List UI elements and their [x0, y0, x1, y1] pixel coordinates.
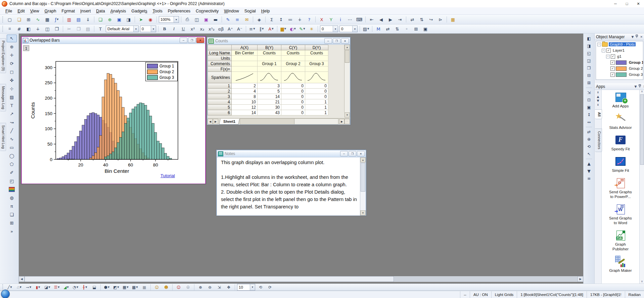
row-label[interactable]: F(x)=	[208, 66, 232, 72]
data-cell[interactable]: 5	[258, 89, 281, 94]
header-cell[interactable]: Counts	[281, 50, 305, 56]
nav-prev-icon[interactable]: ◀	[377, 16, 385, 23]
copy-icon[interactable]: ❐	[74, 25, 83, 33]
row-label[interactable]: 3	[208, 94, 232, 99]
apps-tab-connectors[interactable]: Connectors	[595, 129, 602, 152]
new-matrix-icon[interactable]: ▦	[43, 16, 52, 23]
open-template-icon[interactable]: ❏	[96, 16, 105, 23]
data-cell[interactable]: 12	[232, 105, 258, 110]
tree-checkbox[interactable]: ✓	[606, 48, 611, 53]
recalculate-icon[interactable]: ◉	[146, 16, 155, 23]
scroll-up-arrow[interactable]: ▲	[344, 45, 350, 50]
header-cell[interactable]	[232, 61, 258, 66]
header-cell[interactable]: Counts	[305, 50, 328, 56]
3d-bar-plot-icon[interactable]: ▦▼	[121, 284, 130, 290]
freehand-tool-icon[interactable]: ✐	[7, 169, 17, 177]
app-item-add-apps[interactable]: Add Apps	[612, 91, 629, 108]
pan-tool-icon[interactable]: ✛	[7, 51, 17, 59]
data-cell[interactable]: 0	[281, 99, 305, 105]
axis-scroll-icon[interactable]: ⇄	[585, 129, 593, 135]
data-reader-icon[interactable]: ✜	[7, 77, 17, 84]
data-cell[interactable]: 14	[258, 94, 281, 99]
sort-columns-icon[interactable]: ↕	[277, 16, 285, 23]
header-cell[interactable]	[305, 66, 328, 72]
tree-expander-icon[interactable]: −	[606, 55, 610, 58]
scroll-thumb[interactable]	[345, 50, 350, 63]
paste-transpose-icon[interactable]: ❐	[52, 25, 61, 33]
menu-social[interactable]: Social	[242, 8, 259, 14]
line-symbol-plot-icon[interactable]: ⊸▼	[24, 284, 33, 290]
scroll-right-arrow[interactable]: ▶	[578, 276, 583, 282]
rotate-tool-icon[interactable]: ⟳	[7, 60, 17, 67]
header-cell[interactable]	[232, 56, 258, 61]
tree-item-group-3[interactable]: ✓Group 3	[596, 71, 643, 78]
font-size-combo[interactable]: 0▼	[140, 26, 156, 32]
zoom-in-graph-icon[interactable]: ⊕	[196, 284, 205, 290]
row-label[interactable]: Comments	[208, 61, 232, 66]
scroll-up-arrow[interactable]: ▲	[360, 157, 366, 162]
resize-grip[interactable]: ⁙	[344, 119, 350, 124]
worksheet-grid[interactable]: A(X)B(Y)C(Y)D(Y)Long NameBin CenterCount…	[208, 45, 350, 125]
data-cell[interactable]: 1	[305, 105, 328, 110]
more-tools-chevron-icon[interactable]: »	[7, 228, 17, 235]
tree-checkbox[interactable]: ✓	[610, 66, 615, 71]
new-graph-icon[interactable]: ∿	[34, 16, 42, 23]
data-cell[interactable]: 0	[281, 94, 305, 99]
3d-blank-icon[interactable]: ■	[140, 284, 149, 290]
project-explorer-toggle-icon[interactable]: ◈	[255, 16, 264, 23]
pointer-icon[interactable]: ↖	[7, 35, 17, 42]
statistics-on-columns-icon[interactable]: Σ	[267, 16, 276, 23]
notes-close-button[interactable]: ✕	[357, 151, 365, 156]
graph-window[interactable]: Overlapped Bars ─ ❐ ✕ 1 0501001502002503…	[21, 36, 206, 184]
font-name-combo[interactable]: Default: Arial▼	[106, 26, 139, 32]
3d-frame-plot-icon[interactable]: ⬓	[90, 284, 99, 290]
object-manager-tree[interactable]: −Graph9 - Plots−✓Layer1−✓g1✓Group 1✓Grou…	[596, 41, 643, 80]
scroll-down-arrow[interactable]: ▼	[360, 210, 366, 215]
line-width-combo[interactable]: 0▼	[320, 26, 338, 32]
new-function-plot-icon[interactable]: ƒ▼	[52, 16, 61, 23]
goto-window-icon[interactable]: ↪	[427, 16, 435, 23]
nav-first-icon[interactable]: ⇤	[367, 16, 376, 23]
layer-up-icon[interactable]: ▲	[585, 160, 593, 167]
merge-layers-icon[interactable]: ❐	[585, 65, 593, 71]
worksheet-query-icon[interactable]: ?	[305, 16, 314, 23]
row-label[interactable]: 5	[208, 105, 232, 110]
font-tool-icon[interactable]: T	[96, 25, 105, 33]
region-tool-icon[interactable]: ◰	[7, 177, 17, 185]
dock-bottom-icon[interactable]: ↡	[597, 103, 599, 106]
zoom-out-graph-icon[interactable]: ⊖	[205, 284, 214, 290]
row-label[interactable]: Units	[208, 56, 232, 61]
multi-panel-plot-icon[interactable]: ◪▼	[43, 284, 52, 290]
axis-zoom-icon[interactable]: ⊕	[585, 136, 593, 143]
column-plot-icon[interactable]: ▮▼	[34, 284, 42, 290]
bold-icon[interactable]: B	[160, 25, 169, 33]
column-header[interactable]: D(Y)	[305, 45, 328, 50]
close-button[interactable]: ✕	[633, 0, 644, 7]
scroll-thumb[interactable]	[25, 276, 394, 282]
worksheet-close-button[interactable]: ✕	[341, 38, 349, 44]
update-data-icon[interactable]: ⇅	[417, 16, 426, 23]
font-color-icon[interactable]: A▼	[267, 25, 275, 33]
worksheet-horizontal-scrollbar[interactable]	[240, 118, 338, 125]
new-workbook-icon[interactable]: ⊞	[24, 16, 33, 23]
new-project-icon[interactable]: ▢	[5, 16, 14, 23]
merge-graphs-icon[interactable]: M	[374, 25, 383, 33]
tutorial-link[interactable]: Tutorial	[160, 173, 175, 178]
data-cell[interactable]: 10	[232, 99, 258, 105]
glow-effect-icon[interactable]: ✳	[307, 25, 316, 33]
mask-tool-icon[interactable]: ▨	[7, 93, 17, 101]
column-header[interactable]: A(X)	[232, 45, 258, 50]
row-label[interactable]: 6	[208, 110, 232, 115]
refresh-window-icon[interactable]: ⇄	[408, 16, 417, 23]
merge-cells-icon[interactable]: ◫	[43, 25, 52, 33]
header-cell[interactable]	[281, 56, 305, 61]
scroll-down-arrow[interactable]: ▼	[344, 112, 350, 117]
video-builder-icon[interactable]: ▬	[211, 16, 220, 23]
curved-arrow-tool-icon[interactable]: ↝	[7, 118, 17, 126]
pattern-fill-icon[interactable]: ▨▼	[362, 25, 370, 33]
menu-window[interactable]: Window	[221, 8, 241, 14]
chart-legend[interactable]: Group 1Group 2Group 3	[145, 62, 178, 81]
graph-window-titlebar[interactable]: Overlapped Bars ─ ❐ ✕	[22, 37, 205, 44]
worksheet-window[interactable]: Counts ─ ❐ ✕ A(X)B(Y)C(Y)D(Y)Long NameBi…	[207, 37, 351, 125]
menu-data[interactable]: Data	[93, 8, 107, 14]
